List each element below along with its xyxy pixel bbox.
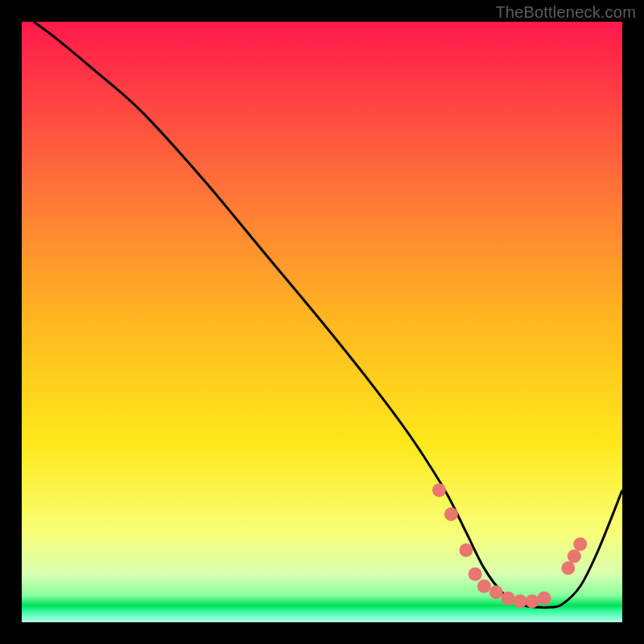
- data-dot: [444, 507, 458, 521]
- data-dot: [477, 580, 491, 593]
- data-dot: [568, 549, 581, 563]
- data-dot: [538, 592, 551, 605]
- data-dot: [573, 538, 587, 551]
- plot-area: [22, 22, 622, 622]
- data-dot: [489, 585, 503, 599]
- data-dot: [502, 592, 515, 605]
- data-dot: [432, 483, 446, 497]
- data-dot: [514, 594, 527, 608]
- data-dot: [526, 594, 539, 608]
- attribution-label: TheBottleneck.com: [495, 3, 636, 22]
- data-dot: [469, 568, 482, 581]
- data-dot: [460, 543, 473, 557]
- chart-svg: [22, 22, 622, 622]
- chart-frame: TheBottleneck.com: [0, 0, 644, 644]
- data-dot: [561, 561, 575, 575]
